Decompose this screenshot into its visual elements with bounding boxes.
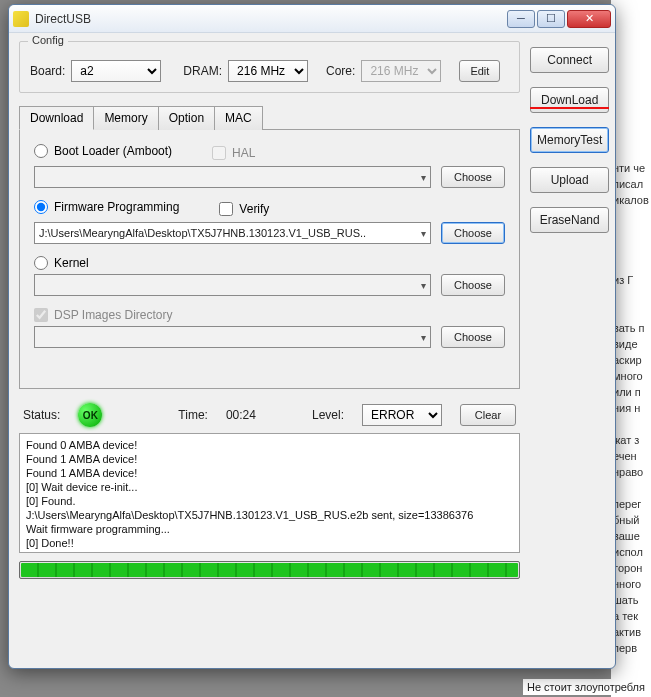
- config-group: Config Board: a2 DRAM: 216 MHz Core: 216…: [19, 41, 520, 93]
- hal-checkbox: [212, 146, 226, 160]
- bootloader-path-combo: [34, 166, 431, 188]
- dsp-choose-button[interactable]: Choose: [441, 326, 505, 348]
- app-icon: [13, 11, 29, 27]
- maximize-button[interactable]: ☐: [537, 10, 565, 28]
- hal-check-row[interactable]: HAL: [212, 146, 255, 160]
- connect-button[interactable]: Connect: [530, 47, 609, 73]
- kernel-label: Kernel: [54, 256, 89, 270]
- level-label: Level:: [312, 408, 344, 422]
- bootloader-label: Boot Loader (Amboot): [54, 144, 172, 158]
- window-title: DirectUSB: [35, 12, 507, 26]
- app-window: DirectUSB ─ ☐ ✕ Config Board: a2 DRAM: 2…: [8, 4, 616, 669]
- kernel-radio[interactable]: [34, 256, 48, 270]
- board-select[interactable]: a2: [71, 60, 161, 82]
- board-label: Board:: [30, 64, 65, 78]
- titlebar[interactable]: DirectUSB ─ ☐ ✕: [9, 5, 615, 33]
- background-footer: Не стоит злоупотребля: [523, 679, 649, 695]
- firmware-path-combo[interactable]: J:\Users\MearyngAlfa\Desktop\TX5J7HNB.13…: [34, 222, 431, 244]
- core-label: Core:: [326, 64, 355, 78]
- bootloader-radio-row[interactable]: Boot Loader (Amboot): [34, 144, 172, 158]
- status-row: Status: OK Time: 00:24 Level: ERROR Clea…: [23, 403, 516, 427]
- firmware-label: Firmware Programming: [54, 200, 179, 214]
- tabs: Download Memory Option MAC: [19, 105, 520, 129]
- bootloader-choose-button[interactable]: Choose: [441, 166, 505, 188]
- action-sidebar: Connect DownLoad MemoryTest Upload Erase…: [530, 41, 609, 658]
- verify-checkbox[interactable]: [219, 202, 233, 216]
- download-button[interactable]: DownLoad: [530, 87, 609, 113]
- dsp-check-row: DSP Images Directory: [34, 308, 505, 322]
- erasenand-button[interactable]: EraseNand: [530, 207, 609, 233]
- dsp-checkbox: [34, 308, 48, 322]
- dram-label: DRAM:: [183, 64, 222, 78]
- time-label: Time:: [178, 408, 208, 422]
- memorytest-button[interactable]: MemoryTest: [530, 127, 609, 153]
- tab-option[interactable]: Option: [158, 106, 215, 130]
- tab-mac[interactable]: MAC: [214, 106, 263, 130]
- background-page: нти чеписаликаловиз Гвать пвидеаскирмног…: [611, 0, 651, 697]
- dsp-label: DSP Images Directory: [54, 308, 172, 322]
- tab-download[interactable]: Download: [19, 106, 94, 130]
- level-select[interactable]: ERROR: [362, 404, 442, 426]
- firmware-choose-button[interactable]: Choose: [441, 222, 505, 244]
- firmware-radio[interactable]: [34, 200, 48, 214]
- core-select: 216 MHz: [361, 60, 441, 82]
- edit-button[interactable]: Edit: [459, 60, 500, 82]
- firmware-radio-row[interactable]: Firmware Programming: [34, 200, 179, 214]
- kernel-radio-row[interactable]: Kernel: [34, 256, 505, 270]
- kernel-path-combo: [34, 274, 431, 296]
- tab-memory[interactable]: Memory: [93, 106, 158, 130]
- verify-check-row[interactable]: Verify: [219, 202, 269, 216]
- status-label: Status:: [23, 408, 60, 422]
- progress-fill: [21, 563, 518, 577]
- progress-bar: [19, 561, 520, 579]
- log-textarea[interactable]: Found 0 AMBA device! Found 1 AMBA device…: [19, 433, 520, 553]
- time-value: 00:24: [226, 408, 256, 422]
- verify-label: Verify: [239, 202, 269, 216]
- hal-label: HAL: [232, 146, 255, 160]
- tab-panel-download: Boot Loader (Amboot) HAL Choose Firmware…: [19, 129, 520, 389]
- dsp-path-combo: [34, 326, 431, 348]
- dram-select[interactable]: 216 MHz: [228, 60, 308, 82]
- upload-button[interactable]: Upload: [530, 167, 609, 193]
- kernel-choose-button[interactable]: Choose: [441, 274, 505, 296]
- minimize-button[interactable]: ─: [507, 10, 535, 28]
- clear-button[interactable]: Clear: [460, 404, 516, 426]
- config-group-label: Config: [28, 34, 68, 46]
- bootloader-radio[interactable]: [34, 144, 48, 158]
- close-button[interactable]: ✕: [567, 10, 611, 28]
- status-ok-icon: OK: [78, 403, 102, 427]
